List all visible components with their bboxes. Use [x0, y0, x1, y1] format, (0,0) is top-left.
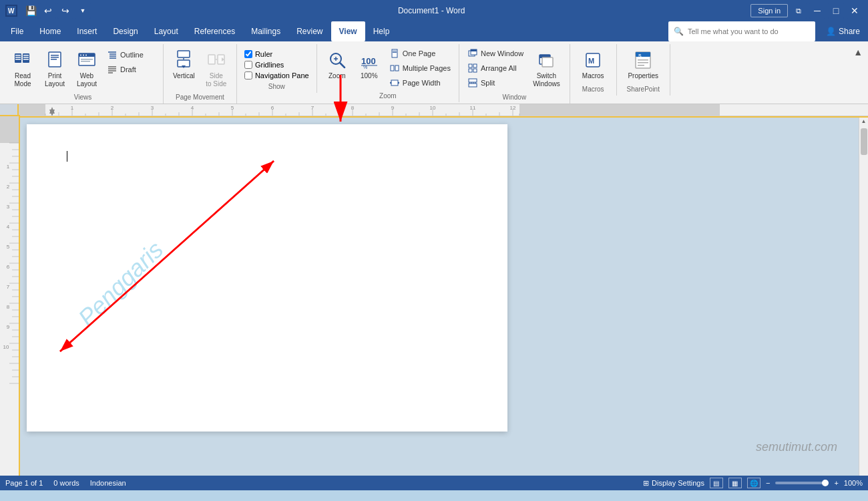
zoom-dialog-button[interactable]: Zoom [322, 47, 352, 83]
svg-text:12: 12 [510, 105, 516, 111]
read-mode-button[interactable]: ReadMode [8, 47, 37, 91]
svg-text:2: 2 [7, 184, 10, 190]
svg-text:%: % [363, 65, 367, 69]
zoom-100-button[interactable]: 100 % 100% [355, 47, 384, 83]
svg-point-17 [83, 55, 84, 56]
ribbon-group-zoom: Zoom 100 % 100% [317, 44, 459, 102]
split-button[interactable]: Split [465, 76, 526, 90]
svg-text:M: M [588, 57, 594, 65]
redo-button[interactable]: ↪ [57, 3, 73, 19]
page-width-button[interactable]: Page Width [387, 76, 453, 90]
scroll-thumb[interactable] [861, 128, 867, 155]
menu-review[interactable]: Review [288, 21, 331, 41]
view-normal-icon[interactable]: ▤ [710, 478, 723, 488]
minus-zoom-btn[interactable]: − [766, 479, 770, 487]
views-items: ReadMode PrintLayout [8, 47, 158, 91]
side-to-side-button[interactable]: Sideto Side [202, 47, 231, 91]
svg-rect-72 [638, 59, 648, 61]
scroll-up-button[interactable]: ▲ [859, 116, 869, 126]
new-window-icon [467, 48, 478, 59]
svg-text:4: 4 [7, 224, 10, 230]
svg-rect-57 [469, 64, 472, 67]
zoom-slider-thumb[interactable] [822, 480, 829, 486]
multiple-pages-label: Multiple Pages [403, 64, 451, 72]
ribbon-collapse-btn[interactable]: ▲ [853, 44, 865, 57]
svg-text:S: S [638, 53, 642, 58]
display-settings-btn[interactable]: ⊞ Display Settings [643, 479, 704, 488]
draft-icon [107, 64, 118, 75]
text-cursor [67, 151, 67, 162]
outline-button[interactable]: Outline [104, 48, 158, 61]
navigation-pane-checkbox[interactable] [244, 71, 252, 79]
svg-text:5: 5 [7, 244, 10, 250]
menu-file[interactable]: File [3, 21, 31, 41]
menu-references[interactable]: References [186, 21, 243, 41]
svg-rect-5 [15, 57, 21, 58]
svg-rect-60 [473, 69, 477, 72]
plus-zoom-btn[interactable]: + [834, 479, 838, 487]
menu-insert[interactable]: Insert [69, 21, 105, 41]
svg-rect-11 [51, 55, 59, 56]
multiple-pages-button[interactable]: Multiple Pages [387, 61, 453, 75]
zoom-100-icon: 100 % [359, 49, 380, 71]
status-bar: Page 1 of 1 0 words Indonesian ⊞ Display… [0, 476, 868, 490]
search-bar[interactable]: 🔍 [668, 21, 815, 41]
close-button[interactable]: ✕ [847, 3, 863, 19]
svg-rect-20 [81, 61, 90, 62]
svg-rect-59 [469, 69, 472, 72]
menu-view[interactable]: View [331, 21, 365, 41]
svg-rect-76 [19, 104, 45, 116]
word-icon: W [5, 5, 17, 17]
switch-windows-button[interactable]: SwitchWindows [529, 47, 564, 91]
outline-draft-col: Outline Draft [104, 47, 158, 76]
properties-button[interactable]: S Properties [624, 47, 662, 83]
one-page-button[interactable]: One Page [387, 47, 453, 60]
menu-home[interactable]: Home [31, 21, 69, 41]
arrange-all-button[interactable]: Arrange All [465, 61, 526, 75]
svg-text:7: 7 [311, 105, 314, 111]
svg-rect-73 [638, 62, 648, 63]
print-layout-button[interactable]: PrintLayout [40, 47, 69, 91]
menu-design[interactable]: Design [105, 21, 146, 41]
menu-help[interactable]: Help [365, 21, 398, 41]
gridlines-checkbox-item[interactable]: Gridlines [244, 60, 284, 69]
vertical-icon [173, 49, 194, 71]
undo-button[interactable]: ↩ [40, 3, 56, 19]
view-reading-icon[interactable]: ▦ [728, 478, 742, 488]
web-layout-button[interactable]: WebLayout [72, 47, 101, 91]
menu-layout[interactable]: Layout [146, 21, 186, 41]
svg-rect-130 [0, 116, 19, 143]
svg-text:6: 6 [7, 264, 10, 270]
svg-rect-129 [0, 116, 19, 476]
svg-text:9: 9 [7, 324, 10, 330]
minimize-button[interactable]: ─ [809, 3, 825, 19]
draft-button[interactable]: Draft [104, 63, 158, 76]
menu-mailings[interactable]: Mailings [243, 21, 288, 41]
watermark-text: Penggaris [73, 236, 169, 332]
restore-window-button[interactable]: ⧉ [791, 3, 807, 19]
save-button[interactable]: 💾 [23, 3, 39, 19]
vertical-scrollbar[interactable]: ▲ [859, 116, 868, 476]
view-web-icon[interactable]: 🌐 [747, 478, 761, 488]
page-info: Page 1 of 1 [5, 479, 43, 487]
search-input[interactable] [688, 27, 808, 35]
customize-button[interactable]: ▼ [75, 3, 91, 19]
gridlines-checkbox[interactable] [244, 61, 252, 69]
ruler-checkbox-item[interactable]: Ruler [244, 49, 272, 59]
svg-text:9: 9 [391, 105, 395, 111]
sign-in-button[interactable]: Sign in [750, 4, 788, 17]
macros-button[interactable]: M Macros [578, 47, 608, 83]
navigation-pane-checkbox-item[interactable]: Navigation Pane [244, 71, 309, 80]
zoom-slider[interactable] [775, 482, 829, 484]
show-label: Show [242, 80, 311, 90]
new-window-button[interactable]: New Window [465, 47, 526, 60]
ruler-checkbox[interactable] [244, 50, 252, 58]
svg-text:3: 3 [151, 105, 154, 111]
maximize-button[interactable]: □ [828, 3, 844, 19]
share-button[interactable]: 👤 Share [821, 21, 865, 41]
new-window-label: New Window [481, 49, 523, 57]
one-page-icon [389, 48, 400, 59]
web-layout-label: WebLayout [77, 72, 97, 88]
document-page[interactable]: Penggaris [27, 124, 507, 432]
vertical-button[interactable]: Vertical [169, 47, 199, 83]
